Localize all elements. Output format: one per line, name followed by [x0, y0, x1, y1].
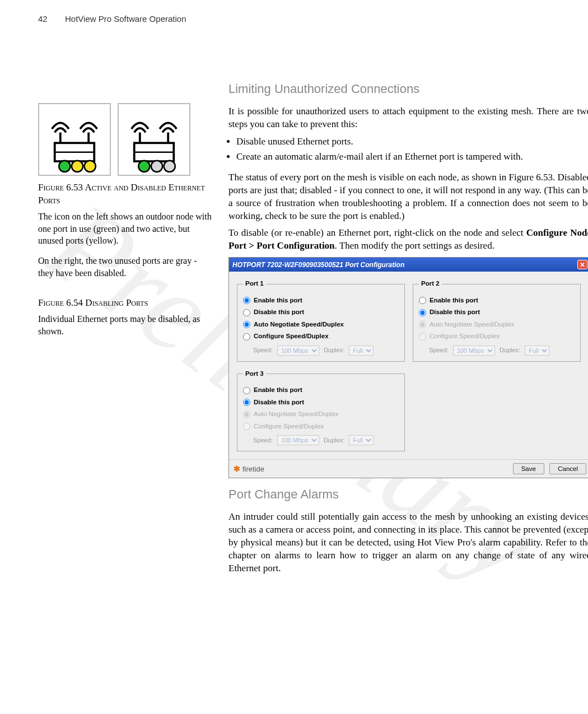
- port3-config-radio: [243, 423, 250, 430]
- port2-fieldset: Port 2 Enable this port Disable this por…: [413, 279, 581, 362]
- port3-auto-label: Auto Negotiate Speed/Duplex: [254, 410, 339, 419]
- figure-6-53-icons: [38, 103, 212, 176]
- dialog-title: HOTPORT 7202-W2F090903500521 Port Config…: [232, 260, 404, 269]
- paragraph-alarms: An intruder could still potentially gain…: [228, 511, 588, 575]
- port2-enable-label: Enable this port: [430, 296, 478, 305]
- svg-point-8: [151, 161, 162, 172]
- port3-duplex-label: Duplex:: [324, 436, 344, 445]
- port3-legend: Port 3: [243, 370, 266, 379]
- p3-part-a: To disable (or re-enable) an Ethernet po…: [228, 227, 526, 238]
- port2-config-radio: [419, 333, 426, 340]
- brand-text: firetide: [242, 464, 264, 474]
- save-button[interactable]: Save: [513, 463, 544, 474]
- port2-duplex-label: Duplex:: [500, 346, 520, 354]
- port1-disable-radio[interactable]: [243, 309, 250, 316]
- port1-speed-label: Speed:: [253, 346, 273, 354]
- port3-config-label: Configure Speed/Duplex: [254, 422, 324, 431]
- paragraph-status: The status of every port on the mesh is …: [228, 171, 588, 223]
- port3-auto-radio: [243, 411, 250, 418]
- svg-point-7: [138, 161, 150, 172]
- port1-fieldset: Port 1 Enable this port Disable this por…: [237, 279, 405, 362]
- port-config-dialog: HOTPORT 7202-W2F090903500521 Port Config…: [228, 257, 588, 478]
- port3-speed-label: Speed:: [253, 436, 273, 445]
- port1-enable-label: Enable this port: [254, 296, 302, 305]
- heading-alarms: Port Change Alarms: [228, 486, 588, 503]
- port1-duplex-select[interactable]: Full: [349, 346, 374, 356]
- port2-speed-select: 100 Mbps: [453, 346, 495, 356]
- figure-6-54-caption: Individual Ethernet ports may be disable…: [38, 313, 212, 337]
- port1-duplex-label: Duplex:: [324, 346, 344, 354]
- bullet-list: Disable unused Ethernet ports. Create an…: [236, 136, 588, 164]
- paragraph-intro: It is possible for unauthorized users to…: [228, 105, 588, 131]
- port2-legend: Port 2: [419, 279, 442, 288]
- figure-6-53-caption-1: The icon on the left shows an outdoor no…: [38, 211, 212, 247]
- paragraph-disable: To disable (or re-enable) an Ethernet po…: [228, 227, 588, 253]
- page-number: 42: [38, 13, 52, 25]
- cancel-button[interactable]: Cancel: [549, 463, 586, 474]
- svg-point-4: [85, 161, 96, 172]
- figure-6-54-title: Figure 6.54 Disabling Ports: [38, 297, 212, 310]
- node-icon-active: [38, 103, 111, 176]
- port2-auto-label: Auto Negotiate Speed/Duplex: [430, 320, 515, 329]
- node-icon-disabled: [118, 103, 190, 176]
- close-icon[interactable]: ✕: [577, 260, 587, 269]
- brand-mark-icon: ✻: [234, 464, 240, 474]
- dialog-titlebar[interactable]: HOTPORT 7202-W2F090903500521 Port Config…: [229, 258, 588, 272]
- bullet-alarm: Create an automatic alarm/e-mail alert i…: [236, 151, 588, 164]
- svg-point-3: [72, 161, 83, 172]
- port1-legend: Port 1: [243, 279, 266, 288]
- port3-duplex-select: Full: [349, 435, 374, 445]
- port2-config-label: Configure Speed/Duplex: [430, 332, 500, 341]
- bullet-disable: Disable unused Ethernet ports.: [236, 136, 588, 148]
- port3-disable-label: Disable this port: [254, 398, 304, 407]
- port1-config-radio[interactable]: [243, 333, 250, 340]
- port1-speed-select[interactable]: 100 Mbps: [277, 346, 319, 356]
- port2-speed-label: Speed:: [429, 346, 449, 354]
- running-header: 42 HotView Pro Software Operation: [38, 13, 572, 25]
- port2-enable-radio[interactable]: [419, 297, 426, 304]
- port2-disable-radio[interactable]: [419, 309, 426, 316]
- figure-6-53-title: Figure 6.53 Active and Disabled Ethernet…: [38, 181, 212, 207]
- port3-fieldset: Port 3 Enable this port Disable this por…: [237, 370, 405, 452]
- svg-point-9: [164, 161, 175, 172]
- port2-disable-label: Disable this port: [430, 308, 480, 317]
- port1-auto-label: Auto Negotiate Speed/Duplex: [254, 320, 344, 329]
- port3-enable-label: Enable this port: [254, 386, 302, 395]
- heading-limiting: Limiting Unauthorized Connections: [228, 81, 588, 97]
- port1-disable-label: Disable this port: [254, 308, 304, 317]
- port3-speed-select: 100 Mbps: [277, 435, 319, 445]
- port3-enable-radio[interactable]: [243, 387, 250, 394]
- brand-logo: ✻ firetide: [234, 464, 264, 474]
- port1-enable-radio[interactable]: [243, 297, 250, 304]
- running-head-text: HotView Pro Software Operation: [65, 13, 186, 25]
- port2-auto-radio: [419, 321, 426, 328]
- port2-duplex-select: Full: [525, 346, 549, 356]
- port3-disable-radio[interactable]: [243, 399, 250, 406]
- svg-point-2: [59, 161, 70, 172]
- p3-part-c: . Then modify the port settings as desir…: [335, 240, 494, 251]
- port1-config-label: Configure Speed/Duplex: [254, 332, 329, 341]
- figure-6-53-caption-2: On the right, the two unused ports are g…: [38, 255, 212, 279]
- port1-auto-radio[interactable]: [243, 321, 250, 328]
